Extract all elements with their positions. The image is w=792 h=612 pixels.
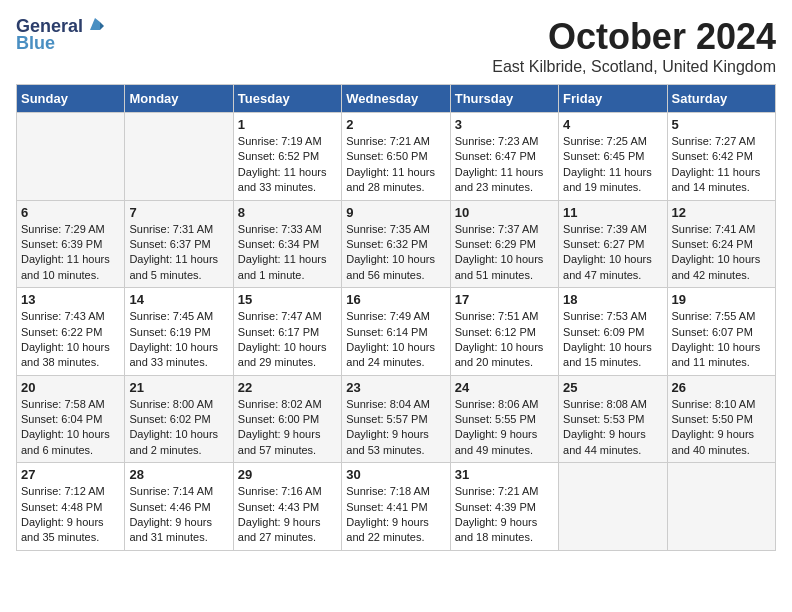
day-number: 31 (455, 467, 554, 482)
day-info-line: Daylight: 10 hours (672, 340, 771, 355)
day-number: 11 (563, 205, 662, 220)
calendar-cell: 10Sunrise: 7:37 AMSunset: 6:29 PMDayligh… (450, 200, 558, 288)
day-info-line: and 10 minutes. (21, 268, 120, 283)
calendar-cell: 18Sunrise: 7:53 AMSunset: 6:09 PMDayligh… (559, 288, 667, 376)
day-info-line: Daylight: 10 hours (563, 252, 662, 267)
svg-marker-1 (100, 22, 104, 30)
calendar-cell: 30Sunrise: 7:18 AMSunset: 4:41 PMDayligh… (342, 463, 450, 551)
day-number: 8 (238, 205, 337, 220)
day-info-line: Sunset: 6:37 PM (129, 237, 228, 252)
day-info-line: Sunset: 6:12 PM (455, 325, 554, 340)
calendar-cell: 29Sunrise: 7:16 AMSunset: 4:43 PMDayligh… (233, 463, 341, 551)
day-info-line: Sunrise: 7:51 AM (455, 309, 554, 324)
day-info-line: Sunrise: 7:16 AM (238, 484, 337, 499)
calendar-cell: 9Sunrise: 7:35 AMSunset: 6:32 PMDaylight… (342, 200, 450, 288)
day-info-line: and 20 minutes. (455, 355, 554, 370)
day-info-line: Daylight: 10 hours (346, 252, 445, 267)
day-info-line: Sunset: 6:27 PM (563, 237, 662, 252)
day-info-line: Sunset: 6:24 PM (672, 237, 771, 252)
day-number: 16 (346, 292, 445, 307)
day-info-line: Daylight: 11 hours (672, 165, 771, 180)
day-info-line: Sunrise: 7:31 AM (129, 222, 228, 237)
day-info-line: Sunset: 6:29 PM (455, 237, 554, 252)
day-info-line: and 51 minutes. (455, 268, 554, 283)
day-number: 27 (21, 467, 120, 482)
day-number: 29 (238, 467, 337, 482)
day-number: 22 (238, 380, 337, 395)
calendar-table: SundayMondayTuesdayWednesdayThursdayFrid… (16, 84, 776, 551)
day-info-line: and 27 minutes. (238, 530, 337, 545)
day-info-line: Sunrise: 8:10 AM (672, 397, 771, 412)
calendar-cell: 24Sunrise: 8:06 AMSunset: 5:55 PMDayligh… (450, 375, 558, 463)
day-number: 12 (672, 205, 771, 220)
calendar-cell: 19Sunrise: 7:55 AMSunset: 6:07 PMDayligh… (667, 288, 775, 376)
day-of-week-header: Wednesday (342, 85, 450, 113)
day-info-line: Sunrise: 7:25 AM (563, 134, 662, 149)
calendar-week-row: 6Sunrise: 7:29 AMSunset: 6:39 PMDaylight… (17, 200, 776, 288)
day-info-line: Sunrise: 8:02 AM (238, 397, 337, 412)
day-info-line: and 38 minutes. (21, 355, 120, 370)
day-info-line: Sunrise: 7:35 AM (346, 222, 445, 237)
day-of-week-header: Thursday (450, 85, 558, 113)
day-info-line: and 47 minutes. (563, 268, 662, 283)
day-info-line: and 11 minutes. (672, 355, 771, 370)
day-info-line: Daylight: 10 hours (129, 340, 228, 355)
calendar-cell: 12Sunrise: 7:41 AMSunset: 6:24 PMDayligh… (667, 200, 775, 288)
day-info-line: and 56 minutes. (346, 268, 445, 283)
calendar-week-row: 13Sunrise: 7:43 AMSunset: 6:22 PMDayligh… (17, 288, 776, 376)
day-info-line: and 35 minutes. (21, 530, 120, 545)
day-number: 5 (672, 117, 771, 132)
title-block: October 2024 East Kilbride, Scotland, Un… (492, 16, 776, 76)
day-number: 18 (563, 292, 662, 307)
day-info-line: Daylight: 10 hours (672, 252, 771, 267)
day-info-line: Daylight: 9 hours (563, 427, 662, 442)
calendar-cell: 2Sunrise: 7:21 AMSunset: 6:50 PMDaylight… (342, 113, 450, 201)
day-info-line: and 6 minutes. (21, 443, 120, 458)
day-info-line: Daylight: 9 hours (129, 515, 228, 530)
calendar-cell: 21Sunrise: 8:00 AMSunset: 6:02 PMDayligh… (125, 375, 233, 463)
day-info-line: Daylight: 9 hours (455, 427, 554, 442)
calendar-cell: 20Sunrise: 7:58 AMSunset: 6:04 PMDayligh… (17, 375, 125, 463)
day-number: 17 (455, 292, 554, 307)
day-info-line: Daylight: 10 hours (346, 340, 445, 355)
logo: General Blue (16, 16, 104, 54)
day-info-line: Sunset: 6:50 PM (346, 149, 445, 164)
day-info-line: Sunset: 5:55 PM (455, 412, 554, 427)
day-info-line: Sunset: 6:45 PM (563, 149, 662, 164)
day-number: 1 (238, 117, 337, 132)
day-number: 7 (129, 205, 228, 220)
day-info-line: Sunrise: 7:29 AM (21, 222, 120, 237)
day-info-line: Sunset: 6:32 PM (346, 237, 445, 252)
day-number: 10 (455, 205, 554, 220)
calendar-cell: 5Sunrise: 7:27 AMSunset: 6:42 PMDaylight… (667, 113, 775, 201)
day-info-line: Daylight: 9 hours (455, 515, 554, 530)
day-info-line: Sunset: 6:02 PM (129, 412, 228, 427)
day-info-line: and 1 minute. (238, 268, 337, 283)
day-info-line: Sunset: 6:00 PM (238, 412, 337, 427)
day-info-line: Daylight: 10 hours (21, 427, 120, 442)
calendar-cell: 4Sunrise: 7:25 AMSunset: 6:45 PMDaylight… (559, 113, 667, 201)
day-info-line: Sunrise: 7:14 AM (129, 484, 228, 499)
day-number: 24 (455, 380, 554, 395)
day-info-line: Daylight: 10 hours (455, 252, 554, 267)
day-info-line: and 57 minutes. (238, 443, 337, 458)
day-info-line: and 22 minutes. (346, 530, 445, 545)
day-info-line: Sunset: 4:41 PM (346, 500, 445, 515)
day-info-line: Sunrise: 8:04 AM (346, 397, 445, 412)
day-info-line: Sunrise: 7:12 AM (21, 484, 120, 499)
calendar-cell: 15Sunrise: 7:47 AMSunset: 6:17 PMDayligh… (233, 288, 341, 376)
day-info-line: Sunrise: 7:43 AM (21, 309, 120, 324)
calendar-cell: 7Sunrise: 7:31 AMSunset: 6:37 PMDaylight… (125, 200, 233, 288)
calendar-cell (667, 463, 775, 551)
day-info-line: and 18 minutes. (455, 530, 554, 545)
day-info-line: Daylight: 11 hours (238, 252, 337, 267)
day-info-line: Sunrise: 7:33 AM (238, 222, 337, 237)
day-info-line: and 33 minutes. (129, 355, 228, 370)
day-info-line: Daylight: 11 hours (346, 165, 445, 180)
day-number: 3 (455, 117, 554, 132)
day-info-line: and 33 minutes. (238, 180, 337, 195)
day-info-line: Sunset: 4:39 PM (455, 500, 554, 515)
svg-marker-0 (90, 18, 100, 30)
day-info-line: Sunrise: 7:49 AM (346, 309, 445, 324)
calendar-cell (125, 113, 233, 201)
